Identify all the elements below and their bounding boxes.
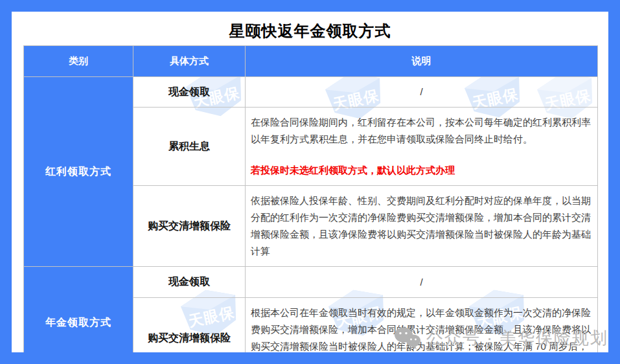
method-paidup-additions: 购买交清增额保险 — [133, 186, 246, 267]
desc-text: 在保险合同保险期间内，红利留存在本公司，按本公司每年确定的红利累积利率以年复利方… — [251, 114, 592, 148]
desc-cash: / — [246, 77, 598, 108]
table-header-row: 类别 具体方式 说明 — [24, 46, 598, 77]
wechat-account-watermark: 公众号 · 美华保险规划 — [394, 326, 608, 350]
header-category: 类别 — [24, 46, 133, 77]
method-accumulate-interest: 累积生息 — [133, 108, 246, 186]
method-cash-annuity: 现金领取 — [133, 267, 246, 298]
default-method-note: 若投保时未选红利领取方式，默认以此方式办理 — [251, 162, 592, 179]
method-paidup-additions-annuity: 购买交清增额保险 — [133, 298, 246, 353]
table-row: 年金领取方式 现金领取 / — [24, 267, 598, 298]
category-dividend: 红利领取方式 — [24, 77, 133, 267]
blue-frame: 天眼保 天眼保 天眼保 天眼保 天眼保 天眼保 天眼保 星颐快返年金领取方式 — [0, 0, 620, 364]
category-annuity: 年金领取方式 — [24, 267, 133, 353]
desc-paidup-additions: 依据被保险人投保年龄、性别、交费期间及红利分配时对应的保单年度，以当期分配的红利… — [246, 186, 598, 267]
annuity-payout-table: 类别 具体方式 说明 红利领取方式 现金领取 / 累积生息 在保险合同保险期间内… — [23, 45, 598, 352]
table-row: 红利领取方式 现金领取 / — [24, 77, 598, 108]
page-title: 星颐快返年金领取方式 — [12, 21, 608, 41]
desc-cash-annuity: / — [246, 267, 598, 298]
header-description: 说明 — [246, 46, 598, 77]
method-cash: 现金领取 — [133, 77, 246, 108]
wechat-account-label: 公众号 · 美华保险规划 — [426, 327, 608, 350]
table-card: 天眼保 天眼保 天眼保 天眼保 天眼保 天眼保 天眼保 星颐快返年金领取方式 — [12, 12, 608, 352]
header-method: 具体方式 — [133, 46, 246, 77]
wechat-icon — [394, 326, 421, 350]
desc-accumulate-interest: 在保险合同保险期间内，红利留存在本公司，按本公司每年确定的红利累积利率以年复利方… — [246, 108, 598, 186]
